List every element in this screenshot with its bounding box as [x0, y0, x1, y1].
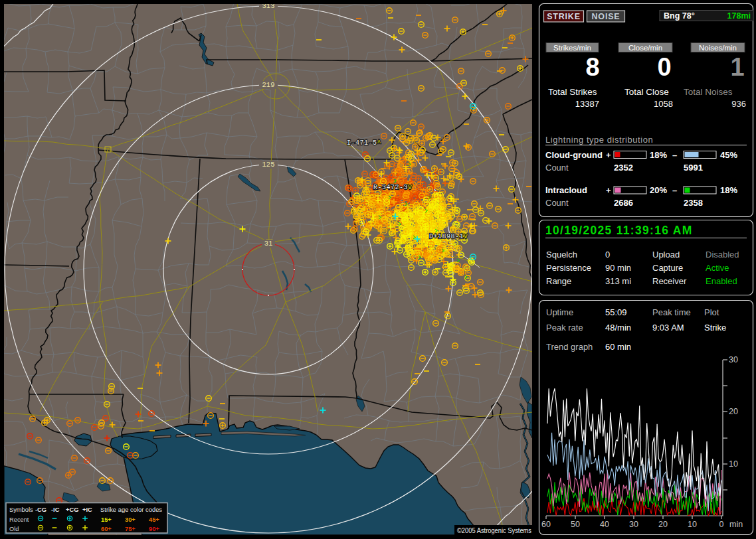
svg-text:Close/min: Close/min — [628, 44, 662, 52]
svg-text:2686: 2686 — [614, 198, 633, 208]
svg-text:–: – — [672, 150, 677, 160]
svg-text:48/min: 48/min — [605, 323, 631, 333]
svg-text:Disabled: Disabled — [706, 250, 739, 260]
svg-text:Symbols: Symbols — [9, 506, 33, 513]
svg-text:+IC: +IC — [82, 506, 92, 513]
svg-text:60 min: 60 min — [605, 342, 631, 352]
svg-text:Bng 78°: Bng 78° — [664, 11, 695, 21]
svg-text:-IC: -IC — [51, 506, 60, 513]
svg-text:–: – — [672, 185, 677, 195]
svg-text:9:03 AM: 9:03 AM — [652, 323, 684, 333]
svg-text:60: 60 — [541, 520, 551, 529]
svg-text:2352: 2352 — [614, 163, 633, 173]
svg-text:0: 0 — [719, 520, 724, 529]
svg-text:936: 936 — [731, 99, 746, 109]
svg-text:10: 10 — [729, 459, 738, 469]
svg-text:45+: 45+ — [149, 516, 159, 523]
svg-text:Range: Range — [546, 276, 571, 286]
svg-text:18%: 18% — [650, 150, 667, 160]
svg-text:NOISE: NOISE — [592, 12, 620, 21]
svg-text:20: 20 — [729, 407, 738, 416]
svg-text:Total Noises: Total Noises — [684, 87, 733, 97]
svg-text:1058: 1058 — [654, 99, 673, 109]
svg-text:50: 50 — [571, 520, 580, 529]
svg-text:Receiver: Receiver — [652, 276, 687, 286]
svg-text:90 min: 90 min — [605, 263, 631, 273]
svg-text:40: 40 — [600, 520, 609, 529]
svg-text:55:09: 55:09 — [605, 307, 627, 317]
svg-text:Squelch: Squelch — [546, 250, 577, 260]
svg-text:R-3472-3v: R-3472-3v — [373, 184, 413, 191]
svg-text:5991: 5991 — [684, 163, 703, 173]
svg-text:Lightning type distribution: Lightning type distribution — [545, 135, 653, 145]
svg-text:18%: 18% — [720, 185, 737, 195]
svg-text:20%: 20% — [650, 185, 667, 195]
svg-text:Recent: Recent — [9, 516, 29, 523]
svg-text:Total Strikes: Total Strikes — [548, 87, 597, 97]
svg-text:125: 125 — [262, 161, 275, 169]
svg-text:90+: 90+ — [149, 526, 159, 532]
svg-text:Old: Old — [9, 526, 19, 532]
svg-text:Peak time: Peak time — [652, 307, 691, 317]
svg-text:Upload: Upload — [652, 250, 680, 260]
svg-text:Persistence: Persistence — [546, 263, 591, 273]
svg-text:Strike: Strike — [704, 323, 726, 333]
svg-text:Uptime: Uptime — [546, 307, 573, 317]
svg-text:+CG: +CG — [66, 506, 78, 513]
svg-text:10/19/2025 11:39:16 AM: 10/19/2025 11:39:16 AM — [545, 224, 693, 237]
svg-text:30: 30 — [729, 355, 738, 364]
svg-text:0: 0 — [657, 53, 671, 81]
svg-text:Trend graph: Trend graph — [546, 342, 593, 352]
svg-text:I-471-5^: I-471-5^ — [347, 139, 381, 147]
svg-text:15+: 15+ — [101, 516, 112, 523]
svg-text:+: + — [606, 150, 611, 160]
svg-text:Capture: Capture — [652, 263, 683, 273]
svg-text:Count: Count — [545, 163, 569, 173]
svg-text:Strikes/min: Strikes/min — [553, 44, 591, 52]
svg-text:8: 8 — [585, 53, 599, 81]
svg-text:20: 20 — [658, 520, 668, 529]
svg-text:30: 30 — [629, 520, 638, 529]
svg-text:219: 219 — [262, 81, 275, 89]
svg-text:75+: 75+ — [125, 526, 136, 532]
svg-text:45%: 45% — [720, 150, 737, 160]
svg-text:2358: 2358 — [684, 198, 703, 208]
svg-text:Cloud-ground: Cloud-ground — [545, 150, 603, 160]
svg-text:31: 31 — [264, 240, 273, 248]
svg-text:30+: 30+ — [125, 516, 136, 523]
svg-text:Noises/min: Noises/min — [699, 44, 737, 52]
svg-text:Active: Active — [706, 263, 729, 273]
svg-text:STRIKE: STRIKE — [547, 12, 581, 21]
svg-text:60+: 60+ — [101, 526, 112, 532]
svg-text:-CG: -CG — [35, 506, 47, 513]
svg-text:Count: Count — [545, 198, 569, 208]
svg-text:Enabled: Enabled — [706, 276, 737, 286]
svg-text:13387: 13387 — [575, 99, 599, 109]
svg-text:0: 0 — [605, 250, 610, 260]
svg-text:©2005 Astrogenic Systems: ©2005 Astrogenic Systems — [457, 526, 531, 534]
svg-text:10: 10 — [688, 520, 697, 529]
svg-text:Peak rate: Peak rate — [546, 323, 583, 333]
svg-text:min: min — [729, 520, 743, 529]
svg-text:D+1898-1v: D+1898-1v — [429, 233, 468, 240]
svg-text:Plot: Plot — [704, 307, 719, 317]
svg-text:1: 1 — [730, 53, 744, 81]
svg-text:313 mi: 313 mi — [605, 276, 631, 286]
svg-text:Strike age color codes: Strike age color codes — [100, 506, 162, 513]
svg-text:Total Close: Total Close — [624, 87, 669, 97]
svg-text:Intracloud: Intracloud — [545, 185, 587, 195]
svg-text:+: + — [606, 185, 611, 195]
svg-text:178mi: 178mi — [727, 11, 751, 21]
